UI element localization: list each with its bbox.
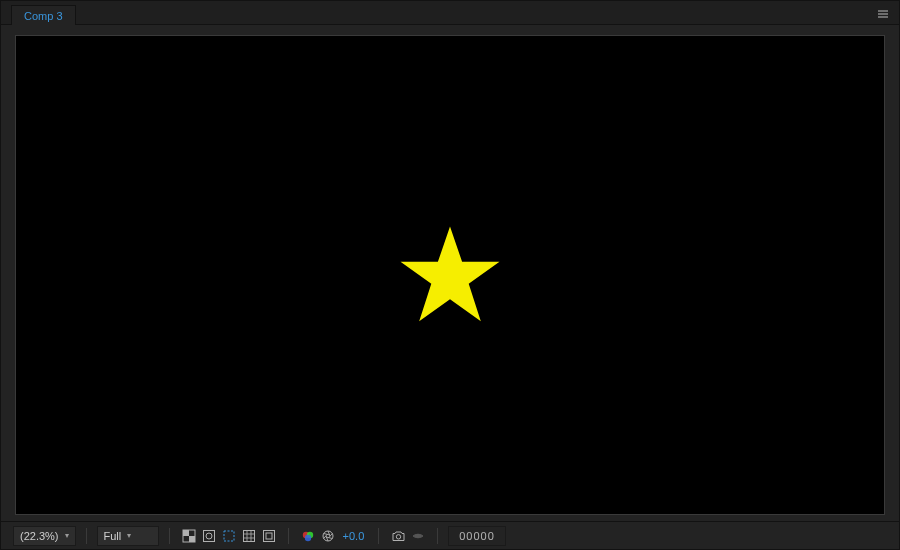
grid-icon xyxy=(242,529,256,543)
separator xyxy=(169,528,170,544)
composition-panel: Comp 3 (22.3%) ▾ Full ▾ xyxy=(0,0,900,550)
exposure-value[interactable]: +0.0 xyxy=(339,530,369,542)
chevron-down-icon: ▾ xyxy=(65,531,69,540)
tab-bar: Comp 3 xyxy=(1,1,899,25)
mask-icon xyxy=(202,529,216,543)
color-group: +0.0 xyxy=(299,527,369,545)
magnification-value: (22.3%) xyxy=(20,530,59,542)
tab-comp[interactable]: Comp 3 xyxy=(11,5,76,25)
region-of-interest-button[interactable] xyxy=(220,527,238,545)
viewer-area xyxy=(1,25,899,521)
svg-point-12 xyxy=(323,531,333,541)
svg-rect-1 xyxy=(183,530,189,536)
chevron-down-icon: ▾ xyxy=(127,531,131,540)
separator xyxy=(288,528,289,544)
composition-canvas[interactable] xyxy=(15,35,885,515)
panel-menu-button[interactable] xyxy=(873,4,893,24)
separator xyxy=(86,528,87,544)
star-polygon xyxy=(401,227,500,322)
aperture-icon xyxy=(321,529,335,543)
timecode-value: 00000 xyxy=(459,530,495,542)
reset-exposure-button[interactable] xyxy=(319,527,337,545)
tab-label: Comp 3 xyxy=(24,10,63,22)
view-options-group xyxy=(180,527,278,545)
grid-guides-button[interactable] xyxy=(240,527,258,545)
resolution-value: Full xyxy=(104,530,122,542)
separator xyxy=(437,528,438,544)
svg-point-4 xyxy=(206,533,212,539)
svg-rect-5 xyxy=(224,531,234,541)
roi-icon xyxy=(222,529,236,543)
svg-rect-7 xyxy=(263,530,274,541)
channel-button[interactable] xyxy=(260,527,278,545)
svg-rect-2 xyxy=(189,536,195,542)
star-shape-layer[interactable] xyxy=(395,220,505,330)
transparency-grid-icon xyxy=(182,529,196,543)
show-snapshot-icon xyxy=(411,529,425,543)
preview-time-field[interactable]: 00000 xyxy=(448,526,506,546)
separator xyxy=(378,528,379,544)
svg-point-11 xyxy=(304,534,310,540)
viewer-statusbar: (22.3%) ▾ Full ▾ xyxy=(1,521,899,549)
svg-rect-3 xyxy=(203,530,214,541)
svg-point-14 xyxy=(417,534,420,537)
svg-rect-6 xyxy=(243,530,254,541)
snapshot-group xyxy=(389,527,427,545)
toggle-mask-button[interactable] xyxy=(200,527,218,545)
svg-rect-8 xyxy=(266,533,272,539)
safe-zones-icon xyxy=(262,529,276,543)
hamburger-icon xyxy=(877,8,889,20)
magnification-dropdown[interactable]: (22.3%) ▾ xyxy=(13,526,76,546)
rgb-channels-icon xyxy=(301,529,315,543)
transparency-grid-button[interactable] xyxy=(180,527,198,545)
camera-icon xyxy=(391,529,406,543)
show-channel-button[interactable] xyxy=(299,527,317,545)
show-snapshot-button[interactable] xyxy=(409,527,427,545)
resolution-dropdown[interactable]: Full ▾ xyxy=(97,526,159,546)
svg-point-13 xyxy=(396,534,400,538)
take-snapshot-button[interactable] xyxy=(389,527,407,545)
